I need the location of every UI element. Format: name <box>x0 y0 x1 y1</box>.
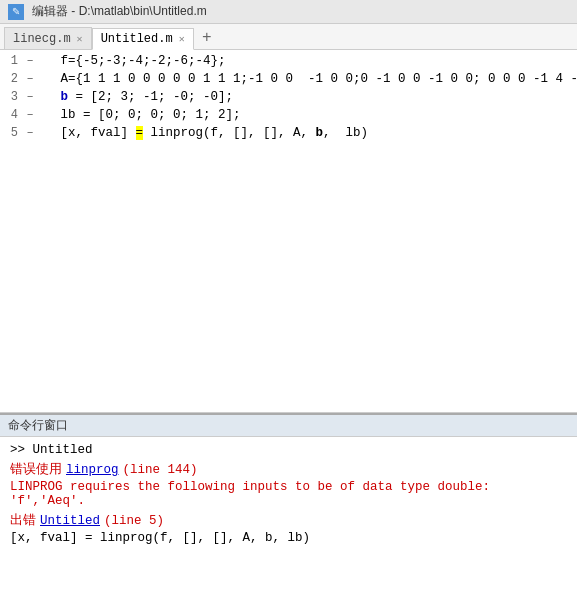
cmd-error-msg-text-1: LINPROG requires the following inputs to… <box>10 480 490 508</box>
line-num-4: 4 <box>2 108 22 122</box>
line-dash-5: – <box>22 126 38 140</box>
code-text-5[interactable]: [x, fval] = linprog(f, [], [], A, b, lb) <box>38 126 575 140</box>
code-line-4: 4 – lb = [0; 0; 0; 0; 1; 2]; <box>0 108 577 126</box>
editor-content[interactable]: 1 – f={-5;-3;-4;-2;-6;-4}; 2 – A={1 1 1 … <box>0 50 577 412</box>
code-line-5: 5 – [x, fval] = linprog(f, [], [], A, b,… <box>0 126 577 144</box>
code-line-1: 1 – f={-5;-3;-4;-2;-6;-4}; <box>0 54 577 72</box>
command-window: 命令行窗口 >> Untitled 错误使用 linprog (line 144… <box>0 413 577 608</box>
code-text-4[interactable]: lb = [0; 0; 0; 0; 1; 2]; <box>38 108 575 122</box>
tab-bar: linecg.m ✕ Untitled.m ✕ + <box>0 24 577 50</box>
cmd-error-location: 出错 Untitled (line 5) <box>10 512 567 529</box>
cmd-title-bar: 命令行窗口 <box>0 415 577 437</box>
line-dash-4: – <box>22 108 38 122</box>
code-line-2: 2 – A={1 1 1 0 0 0 0 0 1 1 1;-1 0 0 -1 0… <box>0 72 577 90</box>
editor-icon: ✎ <box>8 4 24 20</box>
cmd-linprog-link[interactable]: linprog <box>66 463 119 477</box>
line-dash-2: – <box>22 72 38 86</box>
tab-untitled-close[interactable]: ✕ <box>179 33 185 45</box>
code-line-3: 3 – b = [2; 3; -1; -0; -0]; <box>0 90 577 108</box>
cmd-untitled-link[interactable]: Untitled <box>40 514 100 528</box>
line-dash-3: – <box>22 90 38 104</box>
tab-untitled-label: Untitled.m <box>101 32 173 46</box>
tab-linecg-label: linecg.m <box>13 32 71 46</box>
editor-area: 1 – f={-5;-3;-4;-2;-6;-4}; 2 – A={1 1 1 … <box>0 50 577 413</box>
cmd-error-msg-1: LINPROG requires the following inputs to… <box>10 480 567 508</box>
line-num-3: 3 <box>2 90 22 104</box>
title-bar: ✎ 编辑器 - D:\matlab\bin\Untitled.m <box>0 0 577 24</box>
line-num-5: 5 <box>2 126 22 140</box>
line-num-1: 1 <box>2 54 22 68</box>
cmd-error-suffix-1: (line 144) <box>123 463 198 477</box>
line-dash-1: – <box>22 54 38 68</box>
cmd-error-code-line: [x, fval] = linprog(f, [], [], A, b, lb) <box>10 531 567 545</box>
title-text: 编辑器 - D:\matlab\bin\Untitled.m <box>32 3 207 20</box>
cmd-content[interactable]: >> Untitled 错误使用 linprog (line 144) LINP… <box>0 437 577 608</box>
tab-linecg[interactable]: linecg.m ✕ <box>4 27 92 49</box>
tab-untitled[interactable]: Untitled.m ✕ <box>92 28 194 50</box>
cmd-code-text: [x, fval] = linprog(f, [], [], A, b, lb) <box>10 531 310 545</box>
cmd-error-suffix-2: (line 5) <box>104 514 164 528</box>
line-num-2: 2 <box>2 72 22 86</box>
add-tab-button[interactable]: + <box>196 27 218 49</box>
code-text-2[interactable]: A={1 1 1 0 0 0 0 0 1 1 1;-1 0 0 -1 0 0;0… <box>38 72 577 86</box>
cmd-error-line-1: 错误使用 linprog (line 144) <box>10 461 567 478</box>
cmd-prompt-line: >> Untitled <box>10 443 567 457</box>
code-text-1[interactable]: f={-5;-3;-4;-2;-6;-4}; <box>38 54 575 68</box>
tab-linecg-close[interactable]: ✕ <box>77 33 83 45</box>
code-text-3[interactable]: b = [2; 3; -1; -0; -0]; <box>38 90 575 104</box>
cmd-title-text: 命令行窗口 <box>8 417 68 434</box>
cmd-error-prefix-2: 出错 <box>10 512 36 529</box>
cmd-error-prefix-1: 错误使用 <box>10 461 62 478</box>
cmd-prompt-text: >> Untitled <box>10 443 93 457</box>
